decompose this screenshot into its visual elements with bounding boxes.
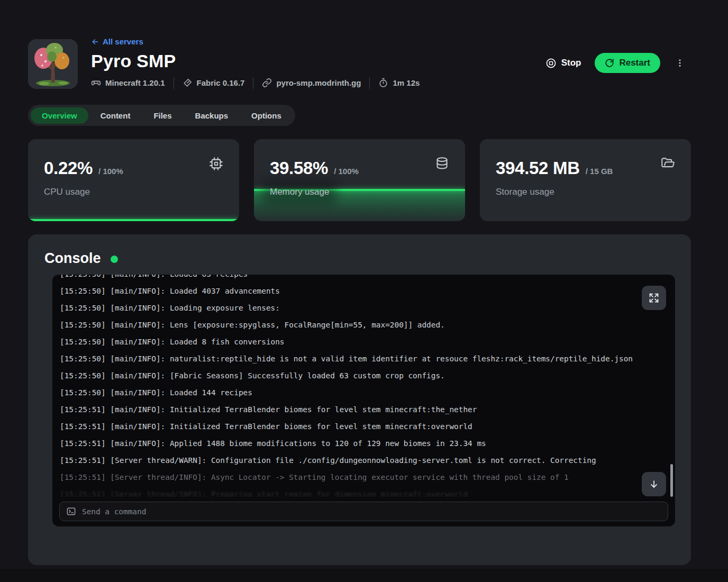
stats-row: 0.22% / 100% CPU usage 39.58% / 100% bbox=[28, 139, 691, 221]
tab-files[interactable]: Files bbox=[142, 107, 183, 124]
divider bbox=[253, 77, 253, 89]
expand-icon bbox=[649, 293, 659, 303]
terminal-icon bbox=[66, 506, 76, 516]
server-header: All servers Pyro SMP Minecraft 1.20.1 bbox=[28, 39, 691, 97]
console-log-line: [15:25:50] [main/INFO]: Loaded 4037 adva… bbox=[60, 283, 649, 299]
console-header: Console bbox=[44, 250, 118, 267]
tab-overview[interactable]: Overview bbox=[31, 107, 88, 124]
page-bottom-strip bbox=[0, 569, 728, 582]
kebab-icon bbox=[675, 58, 685, 68]
cpu-icon bbox=[209, 157, 223, 171]
console-log-line: [15:25:50] [main/INFO]: Loaded 63 recipe… bbox=[60, 275, 649, 283]
arrow-left-icon bbox=[91, 38, 99, 46]
storage-usage-label: Storage usage bbox=[496, 187, 675, 197]
console-card: Console [15:25:50] [main/INFO]: Loaded 6… bbox=[28, 234, 691, 565]
console-log-line: [15:25:51] [Server thread/INFO]: Async L… bbox=[60, 469, 649, 486]
command-input[interactable] bbox=[82, 507, 661, 516]
meta-label: Fabric 0.16.7 bbox=[197, 78, 245, 87]
meta-label: 1m 12s bbox=[393, 78, 420, 87]
server-avatar bbox=[28, 39, 78, 89]
stop-button[interactable]: Stop bbox=[544, 54, 583, 72]
cpu-usage-value: 0.22% bbox=[44, 158, 93, 178]
server-dashboard: All servers Pyro SMP Minecraft 1.20.1 bbox=[0, 0, 728, 582]
meta-game-version: Minecraft 1.20.1 bbox=[91, 78, 165, 88]
stop-icon bbox=[545, 58, 557, 69]
online-status-dot bbox=[111, 256, 118, 263]
stop-button-label: Stop bbox=[561, 58, 581, 68]
console-scrollbar-thumb[interactable] bbox=[670, 464, 673, 497]
meta-label: pyro-smp.modrinth.gg bbox=[276, 78, 361, 87]
console-log-line: [15:25:50] [main/INFO]: Loading exposure… bbox=[60, 299, 649, 316]
cpu-usage-card: 0.22% / 100% CPU usage bbox=[28, 139, 239, 221]
back-to-all-servers-link[interactable]: All servers bbox=[91, 37, 143, 46]
page-title: Pyro SMP bbox=[91, 51, 420, 71]
meta-label: Minecraft 1.20.1 bbox=[105, 78, 165, 87]
link-icon bbox=[262, 78, 272, 88]
meta-uptime: 1m 12s bbox=[378, 78, 420, 88]
console-log-line: [15:25:51] [main/INFO]: Initialized Terr… bbox=[60, 401, 649, 418]
timer-icon bbox=[378, 78, 388, 88]
memory-usage-value: 39.58% bbox=[270, 158, 328, 178]
command-input-wrap bbox=[59, 502, 668, 521]
console-log-line: [15:25:51] [Server thread/INFO]: Prepari… bbox=[60, 486, 649, 497]
server-menu-button[interactable] bbox=[673, 56, 687, 70]
cpu-usage-label: CPU usage bbox=[44, 187, 223, 197]
meta-server-address: pyro-smp.modrinth.gg bbox=[262, 78, 361, 88]
tab-content[interactable]: Content bbox=[89, 107, 142, 124]
tree-icon bbox=[28, 39, 78, 89]
console-log-line: [15:25:51] [Server thread/WARN]: Configu… bbox=[60, 452, 649, 469]
database-icon bbox=[435, 157, 449, 171]
server-headings: All servers Pyro SMP Minecraft 1.20.1 bbox=[91, 37, 420, 89]
divider bbox=[174, 77, 174, 89]
memory-usage-max: / 100% bbox=[334, 167, 359, 176]
cpu-usage-max: / 100% bbox=[98, 167, 123, 176]
back-link-label: All servers bbox=[103, 37, 143, 46]
restart-icon bbox=[605, 58, 614, 68]
tab-options[interactable]: Options bbox=[240, 107, 293, 124]
memory-usage-label: Memory usage bbox=[270, 187, 449, 197]
console-log-line: [15:25:50] [main/INFO]: naturalist:repti… bbox=[60, 350, 649, 367]
arrow-down-icon bbox=[649, 479, 659, 489]
restart-button-label: Restart bbox=[619, 58, 650, 68]
console-log-line: [15:25:50] [main/INFO]: Lens [exposure:s… bbox=[60, 316, 649, 333]
console-screen: [15:25:50] [main/INFO]: Loaded 63 recipe… bbox=[52, 275, 675, 526]
server-meta-row: Minecraft 1.20.1 Fabric 0.16.7 bbox=[91, 77, 420, 89]
console-title: Console bbox=[44, 250, 101, 267]
console-log-line: [15:25:50] [main/INFO]: [Fabric Seasons]… bbox=[60, 367, 649, 384]
console-log-line: [15:25:50] [main/INFO]: Loaded 8 fish co… bbox=[60, 333, 649, 350]
console-log-line: [15:25:51] [main/INFO]: Applied 1488 bio… bbox=[60, 435, 649, 452]
meta-loader-version: Fabric 0.16.7 bbox=[183, 78, 245, 88]
server-actions: Stop Restart bbox=[544, 53, 687, 73]
scroll-to-bottom-button[interactable] bbox=[642, 472, 666, 496]
divider bbox=[369, 77, 370, 89]
storage-usage-value: 394.52 MB bbox=[496, 158, 580, 178]
restart-button[interactable]: Restart bbox=[595, 53, 660, 73]
tab-bar: Overview Content Files Backups Options bbox=[28, 105, 295, 126]
console-log-line: [15:25:50] [main/INFO]: Loaded 144 recip… bbox=[60, 384, 649, 401]
memory-usage-card: 39.58% / 100% Memory usage bbox=[254, 139, 465, 221]
console-log-line: [15:25:51] [main/INFO]: Initialized Terr… bbox=[60, 418, 649, 435]
storage-usage-card: 394.52 MB / 15 GB Storage usage bbox=[480, 139, 691, 221]
console-log[interactable]: [15:25:50] [main/INFO]: Loaded 63 recipe… bbox=[60, 275, 649, 497]
loader-icon bbox=[183, 78, 193, 88]
storage-usage-max: / 15 GB bbox=[586, 167, 613, 176]
cpu-usage-fill bbox=[28, 219, 239, 221]
console-fullscreen-button[interactable] bbox=[642, 286, 666, 310]
tab-backups[interactable]: Backups bbox=[184, 107, 240, 124]
folder-open-icon bbox=[661, 157, 675, 171]
gamepad-icon bbox=[91, 78, 101, 88]
